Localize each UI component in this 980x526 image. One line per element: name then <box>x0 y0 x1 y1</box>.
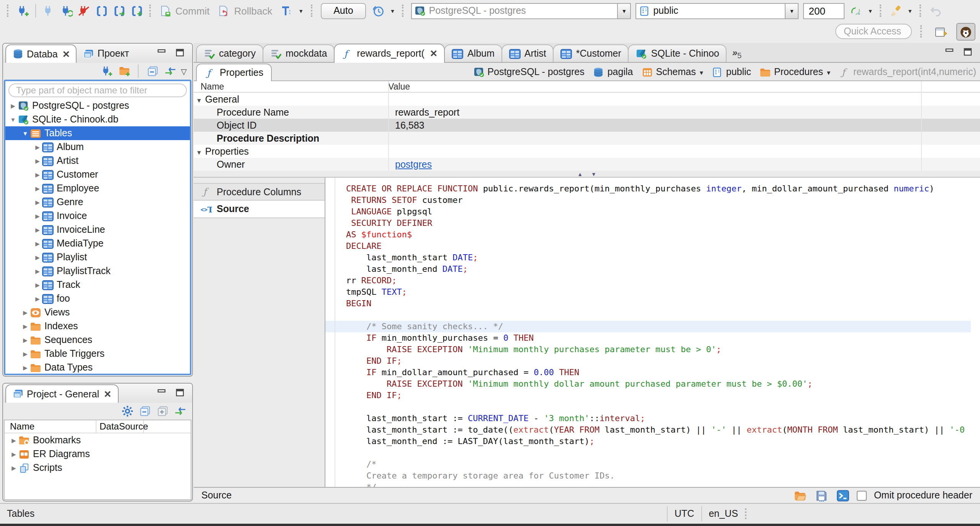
code-line-4[interactable]: SECURITY DEFINER <box>325 217 971 229</box>
open-perspective-button[interactable] <box>932 23 951 40</box>
minimize-icon[interactable] <box>157 48 168 58</box>
code-line-11[interactable]: BEGIN <box>325 298 971 309</box>
tree-item-track[interactable]: Track <box>5 278 190 292</box>
maximize-icon[interactable] <box>175 48 187 58</box>
minimize-icon[interactable] <box>945 47 956 57</box>
connection-dropdown-icon[interactable] <box>617 3 630 18</box>
toolbar-drag-handle[interactable] <box>7 5 10 17</box>
subtab-source[interactable]: <>TSource <box>194 201 325 218</box>
toolbar-drag-handle[interactable] <box>149 5 152 17</box>
close-tab-icon[interactable]: ✕ <box>104 389 111 399</box>
column-header-name[interactable]: Name <box>5 420 96 433</box>
editor-tab-artist[interactable]: Artist <box>501 44 554 62</box>
toolbar-drag-handle[interactable] <box>880 5 883 17</box>
expander-down-icon[interactable] <box>21 130 30 137</box>
property-row-procedure-description[interactable]: Procedure Description <box>194 132 980 145</box>
expander-right-icon[interactable] <box>8 102 18 109</box>
code-line-6[interactable]: DECLARE <box>325 240 971 252</box>
maximize-icon[interactable] <box>963 47 975 57</box>
query-history-icon[interactable] <box>370 3 386 19</box>
expander-right-icon[interactable] <box>9 437 18 444</box>
dropdown-arrow-icon[interactable] <box>699 67 703 77</box>
tree-item-invoiceline[interactable]: InvoiceLine <box>5 223 190 237</box>
column-header-name[interactable]: Name <box>194 82 388 91</box>
code-line-3[interactable]: LANGUAGE plpgsql <box>325 206 971 217</box>
toolbar-drag-handle[interactable] <box>920 25 923 38</box>
open-sql-script-icon[interactable] <box>111 3 127 19</box>
link-with-editor-icon[interactable] <box>173 404 187 418</box>
save-to-file-icon[interactable] <box>814 488 829 503</box>
close-tab-icon[interactable]: ✕ <box>62 49 70 59</box>
toolbar-drag-handle[interactable] <box>920 5 923 17</box>
tree-item-table-triggers[interactable]: Table Triggers <box>5 347 190 361</box>
status-drag-handle[interactable] <box>745 508 748 519</box>
maximize-icon[interactable] <box>175 388 187 398</box>
schema-selector[interactable]: public <box>635 3 799 19</box>
settings-gear-icon[interactable] <box>120 404 134 418</box>
editor-tab-album[interactable]: Album <box>444 44 502 62</box>
expander-right-icon[interactable] <box>33 212 42 219</box>
splitter-down-icon[interactable]: ▼ <box>591 171 596 176</box>
dropdown-arrow-icon[interactable] <box>826 67 830 77</box>
expander-right-icon[interactable] <box>33 240 42 247</box>
view-menu-icon[interactable]: ▽ <box>181 67 187 75</box>
tree-item-playlist[interactable]: Playlist <box>5 250 190 264</box>
object-filter-input[interactable] <box>8 83 187 97</box>
refresh-dropdown-icon[interactable]: ▼ <box>867 8 873 13</box>
tree-item-postgresql-postgres[interactable]: PostgreSQL - postgres <box>5 99 190 113</box>
tree-item-tables[interactable]: Tables <box>5 126 190 140</box>
breadcrumb-pagila[interactable]: pagila <box>593 67 633 77</box>
tree-item-invoice[interactable]: Invoice <box>5 209 190 223</box>
expander-right-icon[interactable] <box>33 268 42 274</box>
pane-splitter[interactable]: ▲ ▼ <box>194 171 980 178</box>
refresh-icon[interactable] <box>848 3 864 19</box>
rollback-icon[interactable] <box>216 3 232 19</box>
rollback-button[interactable]: Rollback <box>234 5 273 16</box>
tree-item-playlisttrack[interactable]: PlaylistTrack <box>5 264 190 278</box>
code-line-8[interactable]: last_month_end DATE; <box>325 263 971 275</box>
editor-tab-customer[interactable]: *Customer <box>553 44 629 62</box>
new-sql-editor-icon[interactable] <box>93 3 109 19</box>
splitter-up-icon[interactable]: ▲ <box>577 171 583 176</box>
code-line-27[interactable]: */ <box>325 482 971 487</box>
code-line-10[interactable]: tmpSQL TEXT; <box>325 286 971 298</box>
expander-right-icon[interactable] <box>33 254 42 261</box>
code-line-17[interactable]: IF min_dollar_amount_purchased = 0.00 TH… <box>325 367 971 378</box>
tree-item-mediatype[interactable]: MediaType <box>5 237 190 250</box>
column-header-datasource[interactable]: DataSource <box>96 420 144 433</box>
code-line-16[interactable]: END IF; <box>325 355 971 367</box>
expander-right-icon[interactable] <box>33 157 42 164</box>
code-line-26[interactable]: Create a temporary storage area for Cust… <box>325 470 971 482</box>
code-line-14[interactable]: IF min_monthly_purchases = 0 THEN <box>325 332 971 344</box>
tree-item-artist[interactable]: Artist <box>5 154 190 168</box>
omit-procedure-header-checkbox[interactable] <box>857 490 867 500</box>
project-item-scripts[interactable]: Scripts <box>5 461 191 475</box>
breadcrumb-public[interactable]: public <box>712 67 751 77</box>
new-connection-icon[interactable] <box>15 3 31 19</box>
expander-right-icon[interactable] <box>21 364 30 371</box>
editor-tab-category[interactable]: category <box>196 44 263 62</box>
schema-dropdown-icon[interactable] <box>785 3 798 18</box>
breadcrumb-schemas[interactable]: Schemas <box>641 67 703 77</box>
tab-overflow-button[interactable]: 5 <box>732 47 742 60</box>
commit-button[interactable]: Commit <box>175 5 210 16</box>
close-tab-icon[interactable]: ✕ <box>430 48 438 59</box>
tree-item-indexes[interactable]: Indexes <box>5 319 190 333</box>
collapse-all-icon[interactable] <box>138 404 152 418</box>
minimize-icon[interactable] <box>157 388 168 398</box>
expander-right-icon[interactable] <box>33 171 42 178</box>
quick-access-input[interactable] <box>835 24 912 39</box>
mock-data-wand-icon[interactable] <box>887 3 903 19</box>
code-line-5[interactable]: AS $function$ <box>325 229 971 240</box>
code-line-13[interactable]: /* Some sanity checks... */ <box>325 321 971 332</box>
code-line-22[interactable]: last_month_start := to_date((extract(YEA… <box>325 424 971 436</box>
code-line-7[interactable]: last_month_start DATE; <box>325 252 971 263</box>
expander-right-icon[interactable] <box>21 350 30 357</box>
expand-all-icon[interactable] <box>155 404 169 418</box>
tree-item-album[interactable]: Album <box>5 140 190 154</box>
new-folder-icon[interactable] <box>118 64 131 78</box>
subtab-procedure-columns[interactable]: ƒProcedure Columns <box>194 183 325 201</box>
editor-tab-sqlite-chinoo[interactable]: SQLite - Chinoo <box>628 44 727 62</box>
property-value[interactable]: postgres <box>388 159 980 170</box>
code-line-12[interactable] <box>325 309 971 321</box>
